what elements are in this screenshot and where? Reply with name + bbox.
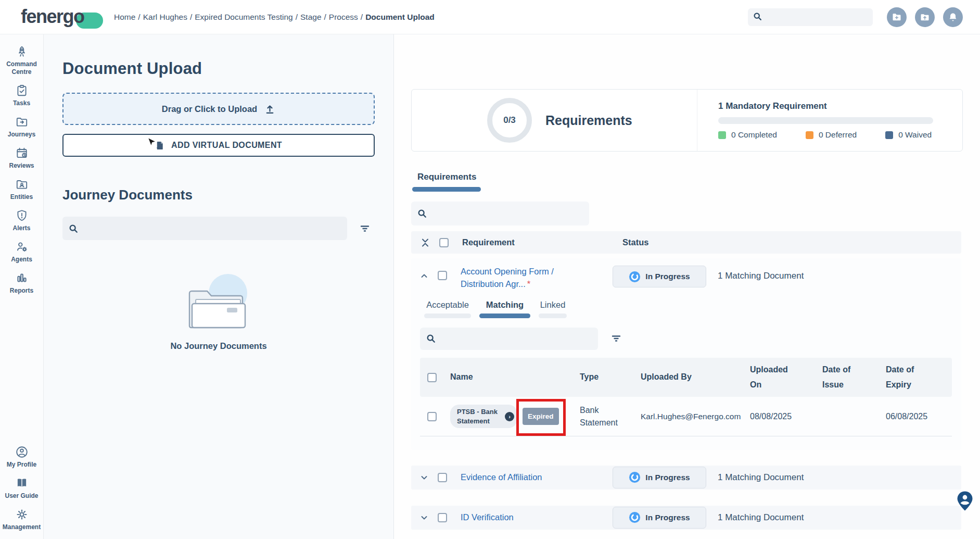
assist-widget-button[interactable] [956,491,974,513]
requirements-panel: 0/3 Requirements 1 Mandatory Requirement… [394,34,980,539]
requirements-summary-card: 0/3 Requirements 1 Mandatory Requirement… [411,89,963,152]
app-window: fenergo Home/Karl Hughes/Expired Documen… [0,0,980,539]
upload-dropzone[interactable]: Drag or Click to Upload [62,93,375,125]
summary-title: Requirements [545,113,632,128]
document-upload-panel: Document Upload Drag or Click to Upload … [44,34,394,539]
upload-icon [264,104,275,115]
requirements-search-input[interactable] [431,209,583,218]
person-circle-icon [15,445,29,459]
subtab-linked[interactable]: Linked [539,300,567,318]
document-checkbox[interactable] [427,412,437,421]
person-gear-icon [15,240,29,254]
expand-group-icon[interactable] [420,513,428,522]
nav-tasks[interactable]: Tasks [1,84,43,107]
document-uploaded-on-cell: 08/08/2025 [750,412,822,421]
search-icon [426,334,436,343]
requirement-link-evidence-of-affiliation[interactable]: Evidence of Affiliation [461,472,613,482]
breadcrumb-stage[interactable]: Stage [300,12,322,21]
book-icon [15,477,29,490]
requirement-group-account-opening: Account Opening Form / Distribution Agr.… [411,258,961,450]
column-status: Status [622,237,648,247]
tab-requirements[interactable]: Requirements [417,172,481,192]
no-documents-illustration: No Journey Documents [62,272,375,351]
journey-documents-title: Journey Documents [62,187,375,203]
requirement-link-id-verification[interactable]: ID Verification [461,512,613,522]
nav-entities[interactable]: Entities [1,178,43,201]
open-document-icon[interactable]: › [505,412,514,421]
select-all-checkbox[interactable] [439,238,449,247]
nav-agents[interactable]: Agents [1,240,43,264]
expired-status-badge: Expired [523,408,559,425]
journey-documents-filter-button[interactable] [359,223,371,234]
upload-document-button[interactable] [915,7,935,27]
breadcrumb-home[interactable]: Home [114,12,135,21]
requirement-checkbox[interactable] [438,513,447,522]
requirement-link-account-opening[interactable]: Account Opening Form / Distribution Agr.… [461,266,613,291]
matching-documents-filter-button[interactable] [610,333,622,344]
status-chip-in-progress[interactable]: In Progress [613,467,706,488]
person-pin-icon [956,491,974,511]
bell-icon [948,12,958,22]
left-nav-rail: Command Centre Tasks Journeys Reviews En… [0,34,44,539]
document-pill[interactable]: PTSB - Bank Statement › [450,405,517,428]
add-virtual-document-label: ADD VIRTUAL DOCUMENT [171,141,282,150]
nav-my-profile[interactable]: My Profile [1,445,43,469]
folder-person-icon [15,178,29,191]
expand-group-icon[interactable] [420,473,428,482]
document-type-cell: Bank Statement [580,404,641,428]
nav-journeys[interactable]: Journeys [1,115,43,139]
nav-reports[interactable]: Reports [1,271,43,295]
folder-upload-icon [920,12,930,22]
add-virtual-document-button[interactable]: ADD VIRTUAL DOCUMENT [62,134,375,157]
nav-alerts[interactable]: Alerts [1,209,43,232]
nav-management[interactable]: Management [1,508,43,531]
breadcrumb-journey[interactable]: Expired Documents Testing [195,12,292,21]
journey-documents-search-input[interactable] [83,224,341,233]
required-asterisk: * [527,279,530,289]
subtab-acceptable[interactable]: Acceptable [424,300,471,318]
filter-icon [359,223,371,234]
folder-plus-icon [892,12,902,22]
global-search-input[interactable] [766,13,865,21]
calendar-clock-icon [15,146,29,160]
breadcrumb-entity[interactable]: Karl Hughes [143,12,187,21]
nav-user-guide[interactable]: User Guide [1,477,43,500]
in-progress-icon [629,511,641,523]
requirement-checkbox[interactable] [438,271,447,280]
page-title: Document Upload [62,59,375,78]
subtab-matching[interactable]: Matching [479,300,530,318]
notifications-button[interactable] [943,7,963,27]
select-all-documents-checkbox[interactable] [427,373,437,382]
breadcrumb-process[interactable]: Process [329,12,358,21]
collapse-all-icon[interactable] [420,237,430,248]
global-search[interactable] [748,8,873,26]
column-name: Name [450,370,580,385]
fenergo-logo[interactable]: fenergo [21,6,107,29]
requirement-group-evidence-of-affiliation: Evidence of Affiliation In Progress 1 Ma… [411,466,961,490]
deferred-swatch [806,131,813,139]
shield-alert-icon [15,209,29,222]
legend-completed: 0 Completed [718,130,777,140]
nav-reviews[interactable]: Reviews [1,146,43,170]
add-folder-button[interactable] [887,7,907,27]
matching-documents-search[interactable] [420,328,598,350]
status-chip-in-progress[interactable]: In Progress [613,507,706,529]
column-type: Type [580,370,641,385]
search-icon [69,224,78,233]
requirements-table-header: Requirement Status [411,231,961,254]
in-progress-icon [629,471,641,483]
status-chip-in-progress[interactable]: In Progress [613,266,706,287]
nav-command-centre[interactable]: Command Centre [1,45,43,76]
clipboard-check-icon [15,84,29,97]
virtual-document-icon [155,141,165,151]
requirements-search[interactable] [411,202,589,225]
waived-swatch [885,131,893,139]
collapse-group-icon[interactable] [420,272,428,280]
breadcrumb-current: Document Upload [365,12,435,21]
requirement-checkbox[interactable] [438,473,447,482]
journey-documents-search[interactable] [62,217,347,240]
matching-documents-search-input[interactable] [440,334,592,343]
filter-icon [610,333,622,344]
active-tab-indicator [412,187,481,192]
folder-arrow-icon [15,115,29,129]
